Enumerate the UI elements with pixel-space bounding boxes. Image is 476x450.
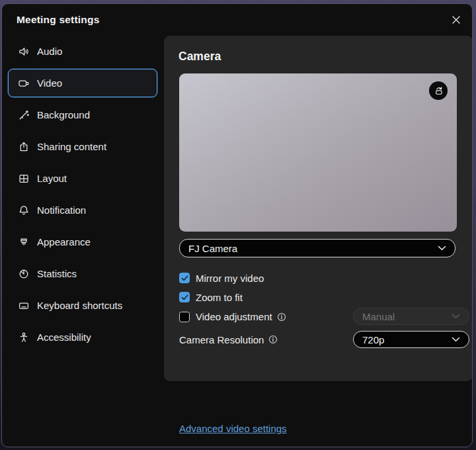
meeting-settings-dialog: Meeting settings Audio [1,3,473,447]
layout-grid-icon [18,173,30,185]
sidebar-item-label: Statistics [37,268,77,279]
video-settings-panel: Camera FJ Camera [164,36,473,381]
sidebar-item-keyboard-shortcuts[interactable]: Keyboard shortcuts [8,291,157,320]
sidebar-item-label: Layout [37,173,67,184]
camera-resolution-select[interactable]: 720p [353,331,469,348]
mirror-video-checkbox[interactable] [179,273,190,283]
close-icon [452,15,461,24]
video-camera-icon [18,77,30,89]
magic-wand-icon [18,109,30,121]
sidebar-item-label: Keyboard shortcuts [37,300,122,311]
camera-resolution-row: Camera Resolution 720p [179,330,457,349]
sidebar-item-label: Video [37,77,62,89]
video-adjustment-checkbox[interactable] [179,312,190,322]
sidebar-item-statistics[interactable]: Statistics [8,259,157,288]
sidebar-item-layout[interactable]: Layout [8,164,157,193]
mirror-video-label: Mirror my video [196,273,264,284]
dialog-title: Meeting settings [17,14,100,26]
zoom-to-fit-checkbox[interactable] [179,292,190,302]
camera-resolution-label: Camera Resolution [179,334,264,345]
zoom-to-fit-row: Zoom to fit [179,288,457,306]
bell-icon [18,204,30,216]
flip-camera-button[interactable] [429,81,448,100]
sidebar-item-label: Notification [37,204,86,216]
chevron-down-icon [438,246,446,251]
sidebar-item-video[interactable]: Video [8,69,157,97]
section-heading: Camera [178,50,221,64]
share-screen-icon [18,141,30,153]
camera-preview [179,73,457,232]
adjustment-mode-value: Manual [362,311,395,322]
zoom-to-fit-label: Zoom to fit [196,292,243,303]
sidebar-item-label: Background [37,109,90,120]
pie-chart-icon [18,268,30,280]
screen-backdrop: Meeting settings Audio [0,0,476,450]
advanced-video-settings-link[interactable]: Advanced video settings [179,423,287,434]
video-adjustment-label: Video adjustment [196,311,272,322]
camera-device-value: FJ Camera [188,243,237,254]
camera-device-select[interactable]: FJ Camera [179,239,456,257]
chevron-down-icon [452,314,460,319]
sidebar-item-background[interactable]: Background [8,101,157,129]
info-icon[interactable] [268,335,278,344]
sidebar-item-appearance[interactable]: Appearance [8,228,157,256]
paintbrush-icon [18,236,30,248]
dialog-titlebar: Meeting settings [2,4,472,34]
flip-camera-icon [433,85,444,97]
camera-resolution-value: 720p [362,334,384,345]
video-adjustment-row: Video adjustment Manual [179,307,457,326]
sidebar-item-notification[interactable]: Notification [8,196,157,224]
sidebar-item-audio[interactable]: Audio [8,37,157,66]
chevron-down-icon [452,337,460,342]
sidebar-item-sharing-content[interactable]: Sharing content [8,132,157,161]
keyboard-icon [18,300,30,312]
adjustment-mode-select: Manual [353,308,469,325]
sidebar-item-label: Accessibility [37,332,91,343]
speaker-icon [18,46,30,58]
sidebar-item-label: Appearance [37,236,91,248]
info-icon[interactable] [277,312,286,322]
accessibility-person-icon [18,332,30,343]
settings-sidebar: Audio Video [2,37,164,355]
sidebar-item-label: Audio [37,46,62,57]
close-button[interactable] [447,11,465,29]
video-options: Mirror my video Zoom to fit Video adjust… [179,269,457,349]
sidebar-item-label: Sharing content [37,141,106,152]
sidebar-item-accessibility[interactable]: Accessibility [8,323,157,351]
mirror-video-row: Mirror my video [179,269,457,287]
